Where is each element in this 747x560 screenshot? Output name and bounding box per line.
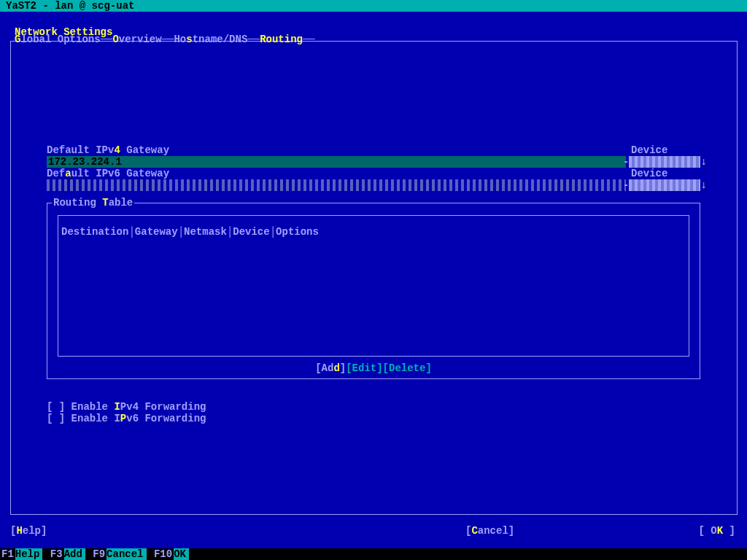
device-label-1: Device bbox=[631, 144, 667, 156]
chevron-down-icon: ↓ bbox=[701, 179, 707, 191]
chevron-down-icon: ↓ bbox=[701, 156, 707, 168]
tabs-row: Global Options──Overview──Hostname/DNS──… bbox=[15, 34, 315, 45]
ipv6-gateway-input[interactable] bbox=[47, 179, 626, 191]
f9-key[interactable]: F9 bbox=[91, 548, 107, 560]
ipv4-device-select[interactable]: ↓ bbox=[629, 156, 700, 168]
tab-hostname[interactable]: Hostname/DNS bbox=[174, 34, 247, 45]
tab-global[interactable]: Global Options bbox=[15, 34, 101, 45]
tab-overview[interactable]: Overview bbox=[112, 34, 161, 45]
ipv4-gateway-input[interactable]: 172.23.224.1 bbox=[47, 156, 626, 168]
ipv4-gateway-label: Default IPv4 Gateway bbox=[47, 144, 169, 156]
ok-button[interactable]: [ OK ] bbox=[699, 525, 735, 537]
ipv4-forwarding-checkbox[interactable]: [ ] Enable IPv4 Forwarding bbox=[47, 401, 206, 413]
add-button[interactable]: [Add] bbox=[315, 362, 346, 374]
ipv6-forwarding-checkbox[interactable]: [ ] Enable IPv6 Forwarding bbox=[47, 413, 206, 424]
table-buttons: [Add][Edit][Delete] bbox=[47, 362, 700, 374]
ipv6-device-select[interactable]: ↓ bbox=[629, 179, 700, 191]
routing-table-frame: Routing Table Destination│Gateway│Netmas… bbox=[47, 203, 700, 379]
function-key-bar: F1Help F3Add F9Cancel F10OK bbox=[0, 548, 747, 560]
f1-key[interactable]: F1 bbox=[0, 548, 15, 560]
f10-key[interactable]: F10 bbox=[152, 548, 174, 560]
title-bar: YaST2 - lan @ scg-uat bbox=[0, 0, 747, 12]
table-header-row: Destination│Gateway│Netmask│Device│Optio… bbox=[61, 226, 319, 238]
delete-button: [Delete] bbox=[383, 362, 432, 374]
tab-routing[interactable]: Routing bbox=[260, 34, 303, 45]
ipv6-gateway-label: Default IPv6 Gateway bbox=[47, 168, 169, 179]
cancel-button[interactable]: [Cancel] bbox=[465, 525, 514, 537]
f3-key[interactable]: F3 bbox=[49, 548, 64, 560]
routing-table[interactable]: Destination│Gateway│Netmask│Device│Optio… bbox=[58, 215, 689, 357]
edit-button: [Edit] bbox=[346, 362, 382, 374]
routing-table-title: Routing Table bbox=[52, 197, 134, 209]
help-button[interactable]: [Help] bbox=[10, 525, 47, 537]
device-label-2: Device bbox=[631, 168, 667, 179]
